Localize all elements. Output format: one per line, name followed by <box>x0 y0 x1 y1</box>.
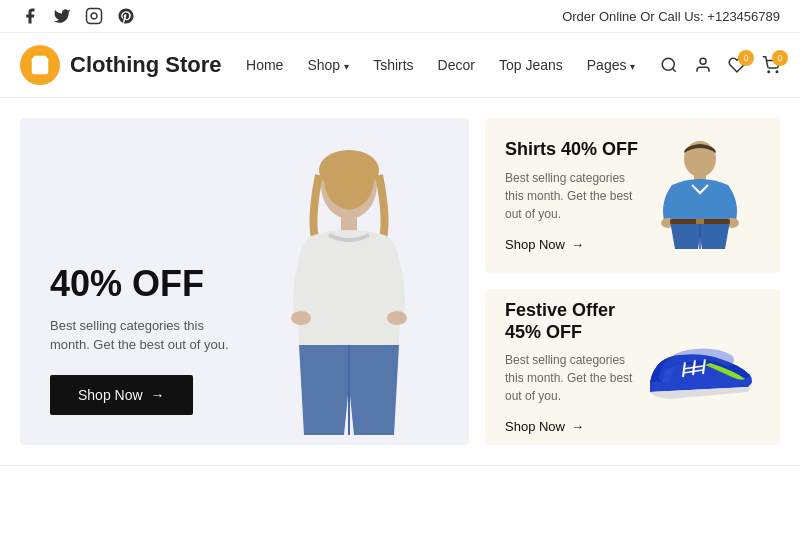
svg-point-11 <box>387 311 407 325</box>
wishlist-badge: 0 <box>738 50 754 66</box>
pinterest-icon[interactable] <box>116 6 136 26</box>
svg-point-5 <box>768 71 770 73</box>
hero-discount: 40% OFF <box>50 264 229 304</box>
hero-left-banner: 40% OFF Best selling categories thismont… <box>20 118 469 445</box>
svg-point-3 <box>662 58 674 70</box>
nav-shop[interactable]: Shop <box>307 57 349 73</box>
search-button[interactable] <box>660 56 678 74</box>
hero-section: 40% OFF Best selling categories thismont… <box>20 118 780 445</box>
shirts-shop-button[interactable]: Shop Now → <box>505 237 584 252</box>
shirts-card-content: Shirts 40% OFF Best selling categories t… <box>505 139 640 252</box>
nav-home[interactable]: Home <box>246 57 283 73</box>
festive-card-title: Festive Offer 45% OFF <box>505 300 640 343</box>
hero-description: Best selling categories thismonth. Get t… <box>50 316 229 355</box>
shirts-card-image <box>640 146 760 246</box>
nav-pages[interactable]: Pages <box>587 57 636 73</box>
hero-shop-button[interactable]: Shop Now → <box>50 375 193 415</box>
logo-area[interactable]: Clothing Store <box>20 45 222 85</box>
svg-point-6 <box>776 71 778 73</box>
nav-icons: 0 0 <box>660 56 780 74</box>
contact-text: Order Online Or Call Us: +123456789 <box>562 9 780 24</box>
svg-point-10 <box>291 311 311 325</box>
shirts-arrow-icon: → <box>571 237 584 252</box>
festive-card-content: Festive Offer 45% OFF Best selling categ… <box>505 300 640 434</box>
footer-divider <box>0 465 800 466</box>
festive-shop-button[interactable]: Shop Now → <box>505 419 584 434</box>
twitter-icon[interactable] <box>52 6 72 26</box>
logo-icon <box>20 45 60 85</box>
wishlist-button[interactable]: 0 <box>728 56 746 74</box>
shirts-card-desc: Best selling categories this month. Get … <box>505 169 640 223</box>
top-bar: Order Online Or Call Us: +123456789 <box>0 0 800 33</box>
festive-card: Festive Offer 45% OFF Best selling categ… <box>485 289 780 444</box>
festive-card-image <box>640 317 760 417</box>
nav-decor[interactable]: Decor <box>438 57 475 73</box>
nav-top-jeans[interactable]: Top Jeans <box>499 57 563 73</box>
account-button[interactable] <box>694 56 712 74</box>
header: Clothing Store Home Shop Tshirts Decor T… <box>0 33 800 98</box>
shirts-card-title: Shirts 40% OFF <box>505 139 640 161</box>
svg-rect-19 <box>696 219 704 224</box>
svg-rect-0 <box>87 9 102 24</box>
nav-tshirts[interactable]: Tshirts <box>373 57 413 73</box>
svg-point-4 <box>700 58 706 64</box>
facebook-icon[interactable] <box>20 6 40 26</box>
festive-arrow-icon: → <box>571 419 584 434</box>
hero-left-content: 40% OFF Best selling categories thismont… <box>50 264 229 415</box>
arrow-icon: → <box>151 387 165 403</box>
instagram-icon[interactable] <box>84 6 104 26</box>
shirts-card: Shirts 40% OFF Best selling categories t… <box>485 118 780 273</box>
logo-text: Clothing Store <box>70 52 222 78</box>
hero-model-image <box>259 135 439 445</box>
festive-card-desc: Best selling categories this month. Get … <box>505 351 640 405</box>
cart-button[interactable]: 0 <box>762 56 780 74</box>
cart-badge: 0 <box>772 50 788 66</box>
main-nav: Home Shop Tshirts Decor Top Jeans Pages <box>246 57 635 73</box>
hero-right-banners: Shirts 40% OFF Best selling categories t… <box>485 118 780 445</box>
social-icons <box>20 6 136 26</box>
